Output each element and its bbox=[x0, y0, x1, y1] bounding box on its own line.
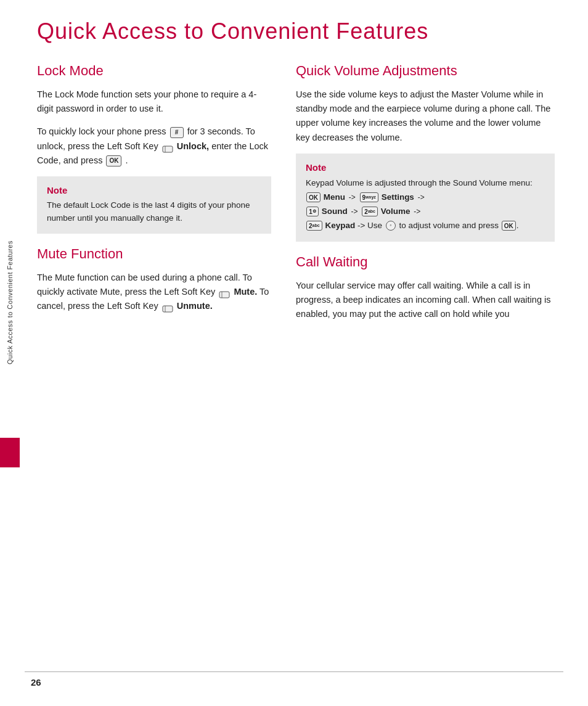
lock-mode-note-text: The default Lock Code is the last 4 digi… bbox=[47, 199, 261, 225]
arrow4: -> bbox=[414, 207, 420, 216]
arrow3: -> bbox=[351, 207, 358, 216]
page-title: Quick Access to Convenient Features bbox=[37, 18, 563, 44]
lock-mode-note-box: Note The default Lock Code is the last 4… bbox=[37, 176, 271, 234]
svg-rect-2 bbox=[219, 292, 229, 298]
mute-soft-key-icon bbox=[219, 289, 230, 296]
sidebar-bar bbox=[0, 438, 20, 467]
adjust-end: to adjust volume and press bbox=[399, 221, 499, 230]
sidebar-label: Quick Access to Convenient Features bbox=[6, 240, 14, 364]
quick-volume-para1: Use the side volume keys to adjust the M… bbox=[296, 88, 555, 145]
left-column: Lock Mode The Lock Mode function sets yo… bbox=[37, 63, 271, 330]
hash-key-icon: # bbox=[170, 127, 184, 138]
keypad-bold: Keypad bbox=[325, 221, 355, 230]
divider-line bbox=[25, 671, 563, 672]
lock-mode-unlock-label: Unlock, bbox=[177, 141, 209, 151]
lock-mode-para1: The Lock Mode function sets your phone t… bbox=[37, 88, 271, 116]
arrow2: -> bbox=[418, 193, 425, 202]
columns-layout: Lock Mode The Lock Mode function sets yo… bbox=[37, 63, 563, 330]
svg-rect-4 bbox=[163, 306, 173, 312]
2abc-icon1: 2abc bbox=[362, 207, 378, 216]
ok-end-icon: OK bbox=[502, 221, 516, 231]
svg-rect-0 bbox=[163, 146, 173, 152]
1-icon: 1⚙ bbox=[306, 207, 319, 216]
sound-bold: Sound bbox=[322, 207, 348, 216]
page-number: 26 bbox=[31, 677, 41, 688]
menu-bold: Menu bbox=[324, 192, 345, 202]
quick-volume-heading: Quick Volume Adjustments bbox=[296, 63, 555, 79]
2abc-icon2: 2abc bbox=[306, 221, 322, 231]
mute-function-para1: The Mute function can be used during a p… bbox=[37, 271, 271, 314]
mute-bold-label: Mute. bbox=[234, 287, 257, 297]
lock-mode-para2-start: To quickly lock your phone press bbox=[37, 126, 166, 136]
soft-key-left-icon bbox=[162, 143, 173, 150]
ok-key-icon: OK bbox=[106, 155, 121, 166]
lock-mode-note-heading: Note bbox=[47, 185, 261, 195]
nav-circle-icon: ◦ bbox=[386, 221, 396, 231]
use-label: -> Use bbox=[357, 221, 382, 230]
lock-mode-para2: To quickly lock your phone press # for 3… bbox=[37, 125, 271, 168]
volume-bold: Volume bbox=[381, 207, 410, 216]
quick-volume-note-heading: Note bbox=[306, 162, 545, 173]
mute-function-heading: Mute Function bbox=[37, 246, 271, 262]
note-line1: Keypad Volume is adjusted through the So… bbox=[306, 178, 533, 187]
quick-volume-note-box: Note Keypad Volume is adjusted through t… bbox=[296, 154, 555, 242]
9wxyz-icon: 9wxyz bbox=[360, 192, 378, 202]
unmute-soft-key-icon bbox=[162, 303, 173, 310]
quick-volume-note-text: Keypad Volume is adjusted through the So… bbox=[306, 176, 545, 233]
call-waiting-heading: Call Waiting bbox=[296, 254, 555, 270]
call-waiting-para1: Your cellular service may offer call wai… bbox=[296, 279, 555, 322]
unmute-bold-label: Unmute. bbox=[177, 301, 213, 311]
page-container: Quick Access to Convenient Features Quic… bbox=[0, 0, 588, 706]
settings-bold: Settings bbox=[382, 192, 414, 202]
ok-nav-icon: OK bbox=[306, 192, 321, 202]
arrow1: -> bbox=[349, 193, 356, 202]
main-content: Quick Access to Convenient Features Lock… bbox=[25, 0, 588, 355]
lock-mode-heading: Lock Mode bbox=[37, 63, 271, 79]
right-column: Quick Volume Adjustments Use the side vo… bbox=[296, 63, 555, 330]
sidebar-tab: Quick Access to Convenient Features bbox=[0, 173, 20, 432]
